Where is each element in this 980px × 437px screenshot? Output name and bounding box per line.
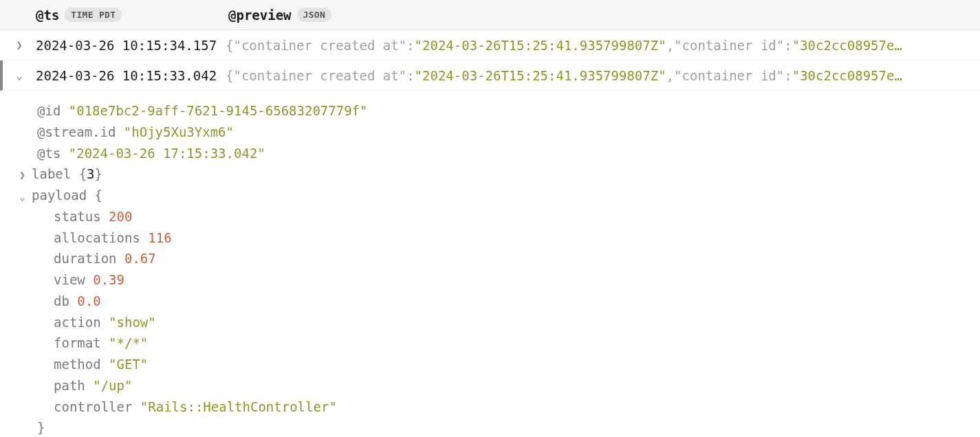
payload-controller[interactable]: controller "Rails::HealthController" xyxy=(37,396,980,418)
column-header-preview[interactable]: @preview JSON xyxy=(228,8,331,23)
preview-cell: {"container_created_at":"2024-03-26T15:2… xyxy=(226,68,980,83)
expand-caret-icon[interactable]: ❯ xyxy=(12,38,26,52)
detail-ts[interactable]: @ts "2024-03-26 17:15:33.042" xyxy=(37,143,980,164)
collapse-caret-icon[interactable]: ⌄ xyxy=(12,69,26,82)
detail-stream-id[interactable]: @stream.id "hOjy5Xu3Yxm6" xyxy=(37,122,980,143)
payload-path[interactable]: path "/up" xyxy=(37,375,980,396)
payload-allocations[interactable]: allocations 116 xyxy=(37,227,980,249)
log-row[interactable]: ⌄ 2024-03-26 10:15:33.042 {"container_cr… xyxy=(0,60,980,91)
ts-cell: 2024-03-26 10:15:34.157 xyxy=(26,38,226,53)
payload-format[interactable]: format "*/*" xyxy=(37,333,980,354)
preview-column-label: @preview xyxy=(228,8,292,23)
payload-status[interactable]: status 200 xyxy=(37,206,980,227)
ts-column-label: @ts xyxy=(36,8,59,23)
payload-node[interactable]: ⌄payload { xyxy=(37,185,980,206)
ts-cell: 2024-03-26 10:15:33.042 xyxy=(26,68,226,83)
log-row[interactable]: ❯ 2024-03-26 10:15:34.157 {"container_cr… xyxy=(0,30,980,60)
preview-cell: {"container_created_at":"2024-03-26T15:2… xyxy=(226,38,980,53)
payload-close: } xyxy=(37,417,980,437)
column-header-ts[interactable]: @ts TIME PDT xyxy=(36,8,228,23)
payload-db[interactable]: db 0.0 xyxy=(37,291,980,312)
column-header-row: @ts TIME PDT @preview JSON xyxy=(0,0,980,30)
collapse-caret-icon[interactable]: ⌄ xyxy=(19,188,32,205)
preview-type-badge: JSON xyxy=(297,8,332,22)
expanded-detail: @id "018e7bc2-9aff-7621-9145-65683207779… xyxy=(0,91,980,437)
detail-id[interactable]: @id "018e7bc2-9aff-7621-9145-65683207779… xyxy=(37,100,980,122)
label-node[interactable]: ❯label {3} xyxy=(37,164,980,185)
expand-caret-icon[interactable]: ❯ xyxy=(19,167,32,183)
payload-action[interactable]: action "show" xyxy=(37,312,980,333)
ts-type-badge: TIME PDT xyxy=(65,8,122,22)
payload-duration[interactable]: duration 0.67 xyxy=(37,248,980,269)
payload-view[interactable]: view 0.39 xyxy=(37,269,980,291)
payload-method[interactable]: method "GET" xyxy=(37,354,980,375)
